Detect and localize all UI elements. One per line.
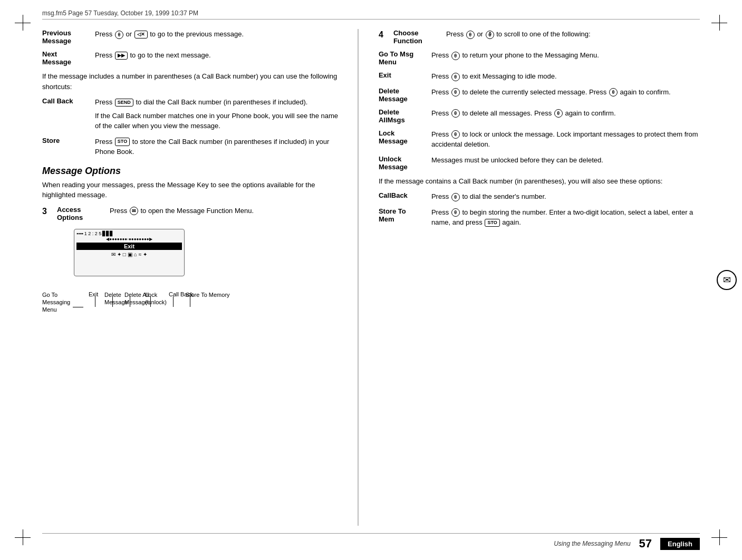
sto-btn2: STO: [485, 219, 499, 227]
step4-row: 4 ChooseFunction Press θ or ϑ to scroll …: [379, 29, 700, 45]
header-text: msg.fm5 Page 57 Tuesday, October 19, 199…: [42, 9, 198, 17]
step4-content: ChooseFunction Press θ or ϑ to scroll to…: [393, 29, 700, 45]
step3-label: AccessOptions: [57, 206, 110, 221]
corner-mark-tl: [15, 15, 31, 31]
theta-store: θ: [451, 208, 460, 217]
step4-number: 4: [379, 29, 393, 45]
theta-delmsg: θ: [451, 88, 460, 96]
send-btn1: SEND: [115, 99, 133, 107]
icon-cb: ≈: [139, 252, 142, 257]
exit-entry: Exit Press θ to exit Messaging to idle m…: [379, 71, 700, 82]
lock-message-entry: LockMessage Press θ to lock or unlock th…: [379, 129, 700, 150]
callback-intro-para: If the message includes a number in pare…: [42, 71, 342, 92]
screen-row2: ◀●●●●●●●◦●●●●●●●●▶: [76, 237, 182, 242]
diag-line-goto: [73, 307, 83, 307]
goto-msg-desc: Press θ to return your phone to the Mess…: [431, 50, 700, 66]
theta-delall: θ: [451, 109, 460, 118]
callback-desc: Press SEND to dial the Call Back number …: [95, 97, 342, 131]
screen-content: ▪▪▪▪ 1 2 : 2 5 ▊▊▊ ◀●●●●●●●◦●●●●●●●●▶ Ex…: [74, 229, 184, 259]
back-btn: ◁✕: [134, 31, 148, 39]
goto-msg-menu-entry: Go To MsgMenu Press θ to return your pho…: [379, 50, 700, 66]
store-to-mem-entry: Store ToMem Press θ to begin storing the…: [379, 207, 700, 228]
corner-mark-br: [711, 529, 727, 545]
next-btn: ▶▶: [115, 52, 128, 60]
diag-line-delall: [130, 296, 130, 307]
next-msg-desc: Press ▶▶ to go to the next message.: [95, 50, 342, 66]
screen-icons: ✉ ✦ □ ▣ ⌂ ≈ ✦: [76, 252, 182, 257]
msg-btn-icon: ✉: [130, 207, 138, 215]
screen-time: 1 2 : 2 5: [84, 231, 102, 236]
diag-line-exit: [95, 296, 95, 307]
step4-desc: Press θ or ϑ to scroll to one of the fol…: [446, 29, 700, 45]
page-footer: Using the Messaging Menu 57 English: [42, 533, 700, 551]
theta-delall2: θ: [554, 109, 563, 118]
theta-goto: θ: [451, 52, 460, 60]
step3-row: 3 AccessOptions Press ✉ to open the Mess…: [42, 206, 342, 221]
left-column: PreviousMessage Press θ or ◁✕ to go to t…: [42, 29, 352, 526]
diag-goto-label: Go ToMessagingMenu: [42, 291, 70, 314]
corner-mark-bl: [15, 529, 31, 545]
delete-msg-desc: Press θ to delete the currently selected…: [431, 87, 700, 103]
theta-cb: θ: [451, 193, 460, 201]
footer-language: English: [660, 538, 700, 550]
diag-line-delmsg: [112, 296, 113, 307]
step3-desc: Press ✉ to open the Message Function Men…: [110, 206, 342, 221]
theta-delmsg2: θ: [609, 88, 618, 96]
icon-delall: ▣: [128, 252, 132, 257]
screen-status-bar: ▪▪▪▪ 1 2 : 2 5 ▊▊▊: [76, 231, 182, 236]
phone-screen: ▪▪▪▪ 1 2 : 2 5 ▊▊▊ ◀●●●●●●●◦●●●●●●●●▶ Ex…: [74, 229, 185, 276]
callback-right-desc: Press θ to dial the sender's number.: [431, 191, 700, 202]
callback-label: Call Back: [42, 97, 95, 131]
callback-right-label: CallBack: [379, 191, 431, 202]
goto-msg-label: Go To MsgMenu: [379, 50, 431, 66]
sto-btn1: STO: [115, 138, 130, 146]
envelope-icon: ✉: [717, 270, 737, 290]
callback-right-entry: CallBack Press θ to dial the sender's nu…: [379, 191, 700, 202]
diag-line-store: [190, 296, 190, 307]
delete-msg-label: DeleteMessage: [379, 87, 431, 103]
right-column: 4 ChooseFunction Press θ or ϑ to scroll …: [364, 29, 700, 526]
delete-all-desc: Press θ to delete all messages. Press θ …: [431, 108, 700, 124]
unlock-msg-desc: Messages must be unlocked before they ca…: [431, 155, 700, 171]
battery-icon: ▊▊▊: [102, 231, 113, 236]
delete-all-label: DeleteAllMsgs: [379, 108, 431, 124]
icon-exit: ✦: [117, 252, 121, 257]
diag-lock-label: Lock(Unlock): [145, 291, 167, 306]
previous-message-entry: PreviousMessage Press θ or ◁✕ to go to t…: [42, 29, 342, 45]
diag-line-lock: [150, 296, 151, 307]
unlock-msg-label: UnlockMessage: [379, 155, 431, 171]
next-msg-label: NextMessage: [42, 50, 95, 66]
store-label: Store: [42, 137, 95, 157]
phone-diagram: ▪▪▪▪ 1 2 : 2 5 ▊▊▊ ◀●●●●●●●◦●●●●●●●●▶ Ex…: [42, 229, 221, 324]
theta-exit: θ: [451, 73, 460, 81]
column-divider: [358, 29, 359, 526]
lock-msg-desc: Press θ to lock or unlock the message. L…: [431, 129, 700, 150]
delete-allmsgs-entry: DeleteAllMsgs Press θ to delete all mess…: [379, 108, 700, 124]
prev-msg-label: PreviousMessage: [42, 29, 95, 45]
step4-label: ChooseFunction: [393, 29, 446, 45]
diag-exit-label: Exit: [89, 291, 98, 297]
step3-content: AccessOptions Press ✉ to open the Messag…: [57, 206, 342, 221]
theta-btn1: θ: [115, 31, 123, 39]
delete-message-entry: DeleteMessage Press θ to delete the curr…: [379, 87, 700, 103]
prev-msg-desc: Press θ or ◁✕ to go to the previous mess…: [95, 29, 342, 45]
icon-goto: ✉: [111, 252, 115, 257]
step3-number: 3: [42, 206, 57, 221]
callback-entry: Call Back Press SEND to dial the Call Ba…: [42, 97, 342, 131]
icon-lock: ⌂: [134, 252, 137, 257]
message-options-para: When reading your messages, press the Me…: [42, 180, 342, 200]
store-to-mem-label: Store ToMem: [379, 207, 431, 228]
store-desc: Press STO to store the Call Back number …: [95, 137, 342, 157]
callbacknum-para: If the message contains a Call Back numb…: [379, 176, 700, 187]
message-options-heading: Message Options: [42, 166, 342, 177]
icon-store: ✦: [143, 252, 147, 257]
exit-label: Exit: [379, 71, 431, 82]
footer-italic: Using the Messaging Menu: [554, 540, 630, 547]
signal-icon: ▪▪▪▪: [76, 231, 83, 236]
lock-msg-label: LockMessage: [379, 129, 431, 150]
theta-btn-step4b: ϑ: [486, 31, 494, 39]
store-to-mem-desc: Press θ to begin storing the number. Ent…: [431, 207, 700, 228]
screen-highlight: Exit: [76, 243, 182, 250]
store-entry: Store Press STO to store the Call Back n…: [42, 137, 342, 157]
diag-store-label: Store To Memory: [186, 291, 230, 298]
